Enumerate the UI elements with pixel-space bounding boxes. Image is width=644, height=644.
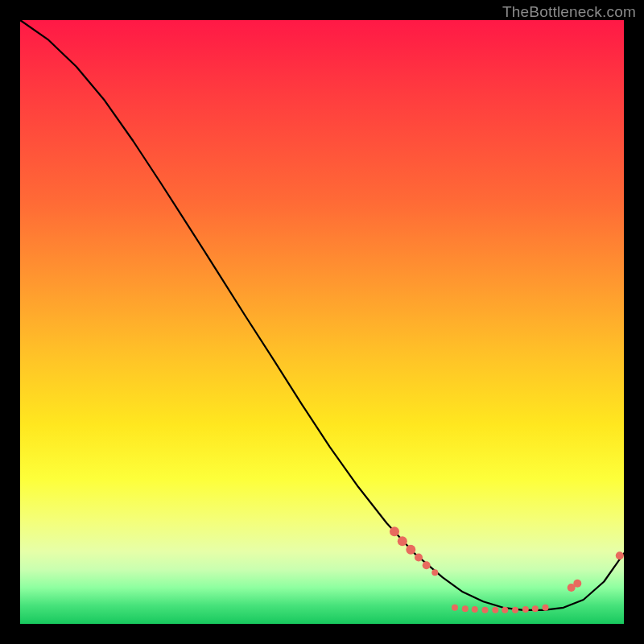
marker-dot <box>406 545 415 555</box>
marker-dot <box>431 569 438 576</box>
chart-svg <box>20 20 624 624</box>
marker-dot <box>522 606 529 613</box>
marker-dot <box>616 551 624 559</box>
marker-dot <box>390 526 399 536</box>
marker-group <box>390 526 624 613</box>
marker-dot <box>472 606 478 613</box>
watermark-text: TheBottleneck.com <box>502 3 636 21</box>
marker-dot <box>492 607 498 613</box>
marker-dot <box>573 580 581 588</box>
marker-dot <box>423 561 431 569</box>
marker-dot <box>512 607 518 613</box>
marker-dot <box>462 605 469 612</box>
marker-dot <box>415 554 423 562</box>
bottleneck-curve <box>20 20 624 610</box>
marker-dot <box>532 605 539 612</box>
chart-stage: TheBottleneck.com <box>0 0 644 644</box>
marker-dot <box>452 605 458 611</box>
marker-dot <box>502 607 508 613</box>
marker-dot <box>543 605 549 611</box>
marker-dot <box>398 536 407 546</box>
marker-dot <box>482 607 489 613</box>
